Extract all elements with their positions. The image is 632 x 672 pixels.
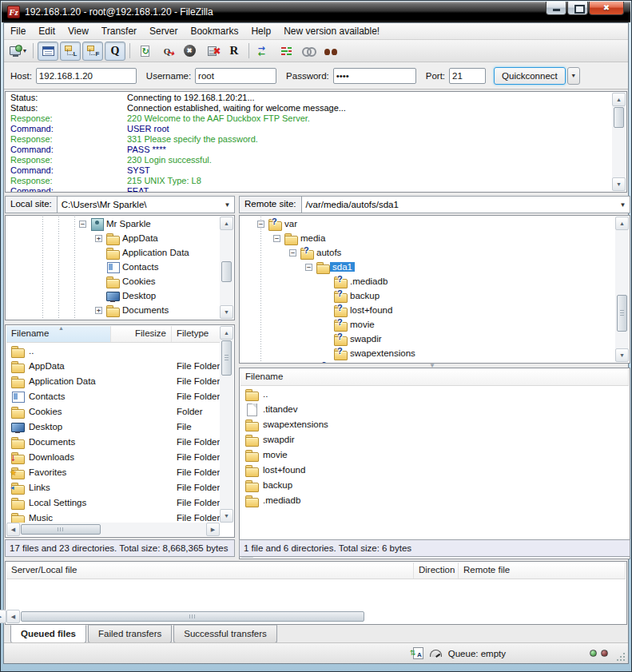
tree-node-swapdir[interactable]: ? swapdir — [240, 332, 615, 346]
tab-failed-transfers[interactable]: Failed transfers — [88, 625, 172, 643]
tree-node-var[interactable]: − ? var — [240, 217, 615, 231]
scrollbar-thumb[interactable] — [617, 295, 627, 332]
scrollbar-thumb[interactable] — [221, 261, 232, 282]
compare-directories-button[interactable]: →→ — [253, 42, 274, 61]
file-row[interactable]: swapextensions — [240, 416, 629, 431]
expand-icon[interactable]: + — [95, 307, 102, 314]
host-input[interactable] — [36, 68, 137, 84]
scroll-up-icon[interactable]: ▲ — [615, 217, 629, 230]
menu-new-version-notice[interactable]: New version available! — [277, 24, 386, 38]
column-header-filesize[interactable]: Filesize — [111, 326, 172, 342]
toggle-queue-button[interactable]: Q — [105, 42, 125, 61]
column-header-remote-file[interactable]: Remote file — [459, 563, 626, 579]
local-path-combobox[interactable]: C:\Users\Mr Sparkle\ ▼ — [58, 196, 235, 213]
scrollbar-thumb[interactable] — [221, 340, 232, 376]
collapse-icon[interactable]: − — [289, 249, 296, 256]
tree-node-swapextensions[interactable]: ? swapextensions — [240, 346, 615, 360]
menu-transfer[interactable]: Transfer — [95, 24, 143, 38]
remote-path-combobox[interactable]: /var/media/autofs/sda1 ▼ — [302, 196, 630, 213]
scroll-left-icon[interactable]: ◀ — [6, 610, 20, 623]
local-directory-tree[interactable]: − Mr Sparkle + AppData Application Data … — [5, 215, 235, 320]
scroll-up-icon[interactable]: ▲ — [612, 93, 626, 106]
username-input[interactable] — [195, 68, 276, 84]
scrollbar-thumb[interactable] — [614, 107, 624, 128]
minimize-button[interactable] — [546, 2, 566, 15]
find-files-button[interactable] — [320, 42, 341, 61]
collapse-icon[interactable]: − — [257, 221, 264, 228]
tree-node-autofs[interactable]: − ? autofs — [240, 245, 615, 260]
reconnect-button[interactable]: R — [224, 42, 244, 61]
remote-tree-vertical-scrollbar[interactable]: ▲ ▼ — [615, 217, 629, 362]
chevron-down-icon[interactable]: ▼ — [616, 201, 630, 209]
password-input[interactable] — [333, 68, 416, 84]
toggle-message-log-button[interactable] — [38, 42, 58, 61]
site-manager-button[interactable]: ▼ — [8, 42, 29, 61]
chevron-down-icon[interactable]: ▼ — [221, 201, 234, 209]
file-row[interactable]: movie — [240, 447, 629, 462]
file-row[interactable]: lost+found — [240, 462, 629, 477]
tree-node-movie[interactable]: ? movie — [240, 317, 615, 332]
transfer-queue[interactable]: Server/Local file Direction Remote file … — [5, 561, 627, 625]
menu-bookmarks[interactable]: Bookmarks — [184, 24, 244, 38]
maximize-button[interactable] — [567, 2, 588, 15]
tree-node-sda1[interactable]: − sda1 — [240, 260, 615, 274]
directory-comparison-button[interactable] — [276, 42, 296, 61]
scroll-up-icon[interactable]: ▲ — [220, 326, 233, 340]
local-list-horizontal-scrollbar[interactable]: ◀ ▶ — [6, 523, 220, 536]
file-row[interactable]: AppDataFile Folder — [6, 358, 220, 373]
local-file-list[interactable]: ▲ Filename Filesize Filetype .. AppDataF… — [5, 324, 235, 538]
toggle-remote-tree-button[interactable]: F — [82, 42, 103, 61]
local-tree-vertical-scrollbar[interactable]: ▲ ▼ — [220, 217, 233, 319]
refresh-button[interactable]: ↻ — [134, 42, 155, 61]
tree-node-backup[interactable]: ? backup — [240, 288, 615, 303]
tree-node-cookies[interactable]: Cookies — [6, 274, 220, 288]
message-log[interactable]: Status:Connecting to 192.168.1.20:21... … — [5, 91, 627, 193]
log-vertical-scrollbar[interactable]: ▲ ▼ — [612, 93, 626, 191]
local-list-vertical-scrollbar[interactable]: ▲ ▼ — [220, 326, 233, 523]
toggle-local-tree-button[interactable]: L — [60, 42, 81, 61]
tree-node-documents[interactable]: + Documents — [6, 303, 220, 317]
remote-file-list[interactable]: Filename .. .titandev swapextensions swa… — [239, 368, 630, 559]
tree-node-mr-sparkle[interactable]: − Mr Sparkle — [6, 217, 220, 231]
scrollbar-thumb[interactable] — [21, 611, 364, 622]
synchronized-browsing-button[interactable] — [298, 42, 319, 61]
tree-node-contacts[interactable]: Contacts — [6, 260, 220, 274]
tree-node-application-data[interactable]: Application Data — [6, 245, 220, 260]
scroll-down-icon[interactable]: ▼ — [220, 305, 233, 319]
tree-node-desktop[interactable]: Desktop — [6, 288, 220, 303]
column-header-direction[interactable]: Direction — [414, 563, 459, 579]
menu-file[interactable]: File — [4, 24, 32, 38]
file-row[interactable]: .mediadb — [240, 492, 629, 507]
file-row[interactable]: CookiesFolder — [6, 404, 220, 419]
tree-node-dvd[interactable]: ? dvd — [240, 360, 615, 363]
menu-edit[interactable]: Edit — [32, 24, 62, 38]
collapse-icon[interactable]: − — [79, 221, 86, 228]
title-bar[interactable]: Fz 192.168.1.20 - root@192.168.1.20 - Fi… — [2, 2, 630, 22]
disconnect-button[interactable]: ✖ — [201, 42, 222, 61]
transfer-type-icon[interactable] — [413, 647, 423, 659]
file-row[interactable]: ContactsFile Folder — [6, 388, 220, 404]
scroll-down-icon[interactable]: ▼ — [612, 177, 626, 191]
close-button[interactable] — [589, 2, 624, 15]
cancel-button[interactable]: ✖ — [179, 42, 200, 61]
scroll-up-icon[interactable]: ▲ — [220, 217, 233, 230]
scrollbar-thumb[interactable] — [21, 524, 101, 535]
scroll-down-icon[interactable]: ▼ — [615, 348, 629, 362]
quickconnect-button[interactable]: Quickconnect — [494, 67, 566, 85]
collapse-icon[interactable]: − — [273, 235, 280, 242]
scroll-left-icon[interactable]: ◀ — [6, 523, 20, 536]
tree-node-lost-found[interactable]: ? lost+found — [240, 303, 615, 317]
tree-node-downloads[interactable]: + ↓ Downloads — [6, 317, 220, 320]
file-row[interactable]: .. — [6, 343, 220, 358]
menu-view[interactable]: View — [62, 24, 95, 38]
process-queue-button[interactable]: Q→ — [157, 42, 177, 61]
menu-help[interactable]: Help — [244, 24, 277, 38]
resize-grip[interactable] — [616, 652, 626, 662]
file-row[interactable]: ◂LinksFile Folder — [6, 479, 220, 495]
menu-server[interactable]: Server — [143, 24, 184, 38]
tab-queued-files[interactable]: Queued files — [10, 625, 86, 643]
file-row[interactable]: ↓DownloadsFile Folder — [6, 449, 220, 464]
tree-node-appdata[interactable]: + AppData — [6, 231, 220, 245]
file-row[interactable]: MusicFile Folder — [6, 510, 220, 523]
file-row[interactable]: backup — [240, 477, 629, 492]
